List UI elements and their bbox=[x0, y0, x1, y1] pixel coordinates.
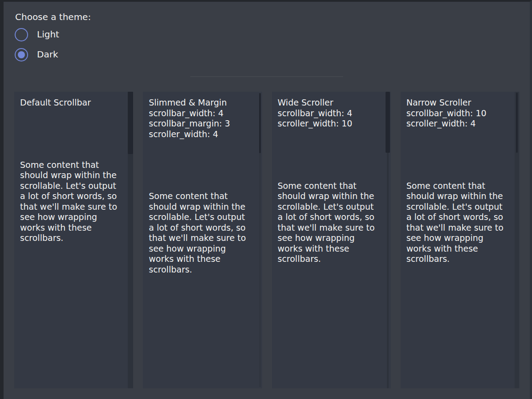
radio-circle-icon bbox=[15, 28, 28, 41]
radio-circle-icon bbox=[15, 48, 28, 61]
panel-content: Some content that should wrap within the… bbox=[149, 191, 250, 275]
panel-title: Narrow Scroller bbox=[406, 98, 508, 108]
radio-label-dark: Dark bbox=[37, 49, 58, 60]
scroll-panel-wide-scroller[interactable]: Wide Scroller scrollbar_width: 4 scrolle… bbox=[272, 92, 391, 388]
scrollbar-thumb[interactable] bbox=[516, 93, 518, 153]
radio-label-light: Light bbox=[37, 29, 59, 40]
scroll-panel-default[interactable]: Default Scrollbar Some content that shou… bbox=[14, 92, 133, 388]
panel-title: Slimmed & Margin bbox=[149, 98, 250, 108]
panel-title: Wide Scroller bbox=[278, 98, 379, 108]
panel-content: Some content that should wrap within the… bbox=[278, 181, 379, 265]
radio-dot-icon bbox=[18, 51, 25, 58]
radio-option-dark[interactable]: Dark bbox=[15, 48, 530, 61]
theme-chooser-label: Choose a theme: bbox=[15, 12, 530, 22]
scroll-panel-narrow-scroller[interactable]: Narrow Scroller scrollbar_width: 10 scro… bbox=[401, 92, 520, 388]
divider bbox=[190, 76, 343, 77]
panel-params: scrollbar_width: 10 scroller_width: 4 bbox=[406, 108, 508, 129]
panel-params: scrollbar_width: 4 scrollbar_margin: 3 s… bbox=[149, 108, 250, 140]
panel-params: scrollbar_width: 4 scroller_width: 10 bbox=[278, 108, 379, 129]
radio-option-light[interactable]: Light bbox=[15, 28, 530, 41]
scrollbar-thumb[interactable] bbox=[259, 93, 261, 153]
scrollbar-thumb[interactable] bbox=[386, 92, 390, 153]
panel-content: Some content that should wrap within the… bbox=[406, 181, 508, 265]
panel-title: Default Scrollbar bbox=[20, 98, 122, 108]
panel-content: Some content that should wrap within the… bbox=[20, 160, 122, 244]
scroll-panel-slimmed-margin[interactable]: Slimmed & Margin scrollbar_width: 4 scro… bbox=[143, 92, 262, 388]
panels-row: Default Scrollbar Some content that shou… bbox=[14, 92, 520, 388]
scrollbar-thumb[interactable] bbox=[128, 92, 133, 154]
